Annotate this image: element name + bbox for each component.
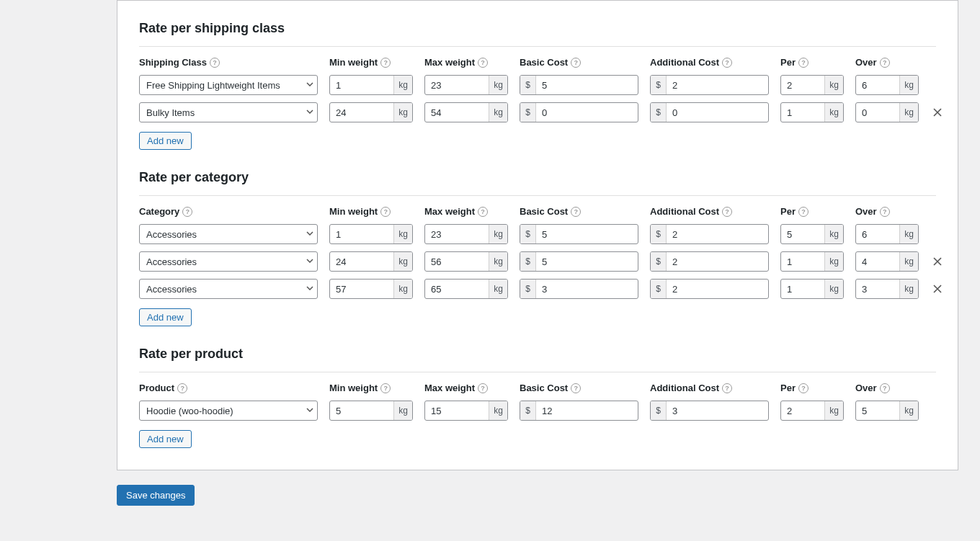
help-icon[interactable]: ? xyxy=(722,207,732,217)
min-weight-input[interactable] xyxy=(330,401,393,420)
help-icon[interactable]: ? xyxy=(478,207,488,217)
weight-unit-suffix: kg xyxy=(899,76,918,94)
help-icon[interactable]: ? xyxy=(798,383,808,393)
over-input[interactable] xyxy=(856,401,899,420)
help-icon[interactable]: ? xyxy=(880,58,890,68)
max-weight-input[interactable] xyxy=(425,76,489,94)
col-additional-cost: Additional Cost? xyxy=(650,206,769,217)
weight-unit-suffix: kg xyxy=(824,225,843,243)
rate-row: Free Shipping Lightweight Itemskgkg$$kgk… xyxy=(139,75,936,95)
additional-cost-input[interactable] xyxy=(667,252,768,271)
over-input[interactable] xyxy=(856,103,899,122)
per-input[interactable] xyxy=(781,76,824,94)
selector-dropdown[interactable]: Accessories xyxy=(139,224,318,244)
col-min-weight: Min weight? xyxy=(329,383,413,393)
max-weight-input[interactable] xyxy=(425,401,489,420)
help-icon[interactable]: ? xyxy=(478,383,488,393)
per-input[interactable] xyxy=(781,252,824,271)
over-input[interactable] xyxy=(856,252,899,271)
selector-dropdown[interactable]: Free Shipping Lightweight Items xyxy=(139,75,318,95)
min-weight-input[interactable] xyxy=(330,76,393,94)
divider xyxy=(139,195,936,196)
basic-cost-input[interactable] xyxy=(536,76,638,94)
basic-cost-input[interactable] xyxy=(536,103,638,122)
currency-prefix: $ xyxy=(651,225,667,243)
help-icon[interactable]: ? xyxy=(571,58,581,68)
additional-cost-input[interactable] xyxy=(667,280,768,298)
weight-unit-suffix: kg xyxy=(393,401,412,420)
selector-dropdown[interactable]: Accessories xyxy=(139,251,318,272)
col-min-weight: Min weight? xyxy=(329,206,413,217)
help-icon[interactable]: ? xyxy=(210,58,220,68)
basic-cost-input[interactable] xyxy=(536,225,638,243)
max-weight-input[interactable] xyxy=(425,225,489,243)
help-icon[interactable]: ? xyxy=(182,207,192,217)
basic-cost-input[interactable] xyxy=(536,401,638,420)
per-input[interactable] xyxy=(781,280,824,298)
help-icon[interactable]: ? xyxy=(880,383,890,393)
min-weight-input[interactable] xyxy=(330,103,393,122)
per-input[interactable] xyxy=(781,103,824,122)
weight-unit-suffix: kg xyxy=(489,280,507,298)
max-weight-input[interactable] xyxy=(425,252,489,271)
currency-prefix: $ xyxy=(520,252,536,271)
weight-unit-suffix: kg xyxy=(899,401,918,420)
additional-cost-input[interactable] xyxy=(667,103,768,122)
weight-unit-suffix: kg xyxy=(824,280,843,298)
col-additional-cost: Additional Cost? xyxy=(650,383,769,393)
help-icon[interactable]: ? xyxy=(380,383,391,393)
selector-dropdown[interactable]: Hoodie (woo-hoodie) xyxy=(139,401,318,421)
help-icon[interactable]: ? xyxy=(798,58,808,68)
rate-row: Accessorieskgkg$$kgkg xyxy=(139,279,936,299)
min-weight-input[interactable] xyxy=(330,280,393,298)
basic-cost-input[interactable] xyxy=(536,252,638,271)
save-button[interactable]: Save changes xyxy=(117,485,195,506)
weight-unit-suffix: kg xyxy=(899,103,918,122)
add-new-button[interactable]: Add new xyxy=(139,308,192,326)
section-title-product: Rate per product xyxy=(139,346,936,362)
add-new-button[interactable]: Add new xyxy=(139,430,192,448)
help-icon[interactable]: ? xyxy=(177,383,187,393)
help-icon[interactable]: ? xyxy=(571,207,581,217)
max-weight-input[interactable] xyxy=(425,280,489,298)
max-weight-input[interactable] xyxy=(425,103,489,122)
weight-unit-suffix: kg xyxy=(489,103,507,122)
additional-cost-input[interactable] xyxy=(667,76,768,94)
over-input[interactable] xyxy=(856,280,899,298)
currency-prefix: $ xyxy=(651,280,667,298)
weight-unit-suffix: kg xyxy=(899,252,918,271)
help-icon[interactable]: ? xyxy=(722,383,732,393)
help-icon[interactable]: ? xyxy=(478,58,488,68)
weight-unit-suffix: kg xyxy=(489,225,507,243)
weight-unit-suffix: kg xyxy=(824,103,843,122)
help-icon[interactable]: ? xyxy=(380,207,391,217)
help-icon[interactable]: ? xyxy=(722,58,732,68)
remove-row-button[interactable] xyxy=(930,105,945,120)
col-max-weight: Max weight? xyxy=(424,206,508,217)
currency-prefix: $ xyxy=(520,401,536,420)
add-new-button[interactable]: Add new xyxy=(139,132,192,150)
additional-cost-input[interactable] xyxy=(667,401,768,420)
basic-cost-input[interactable] xyxy=(536,280,638,298)
selector-dropdown[interactable]: Accessories xyxy=(139,279,318,299)
help-icon[interactable]: ? xyxy=(798,207,808,217)
over-input[interactable] xyxy=(856,76,899,94)
help-icon[interactable]: ? xyxy=(571,383,581,393)
remove-row-button[interactable] xyxy=(930,282,945,296)
per-input[interactable] xyxy=(781,401,824,420)
weight-unit-suffix: kg xyxy=(824,252,843,271)
additional-cost-input[interactable] xyxy=(667,225,768,243)
over-input[interactable] xyxy=(856,225,899,243)
help-icon[interactable]: ? xyxy=(380,58,391,68)
weight-unit-suffix: kg xyxy=(489,252,507,271)
selector-dropdown[interactable]: Bulky Items xyxy=(139,102,318,122)
help-icon[interactable]: ? xyxy=(880,207,890,217)
col-max-weight: Max weight? xyxy=(424,57,508,68)
min-weight-input[interactable] xyxy=(330,225,393,243)
weight-unit-suffix: kg xyxy=(393,252,412,271)
currency-prefix: $ xyxy=(520,76,536,94)
remove-row-button[interactable] xyxy=(930,254,945,269)
min-weight-input[interactable] xyxy=(330,252,393,271)
per-input[interactable] xyxy=(781,225,824,243)
section-title-category: Rate per category xyxy=(139,170,936,185)
